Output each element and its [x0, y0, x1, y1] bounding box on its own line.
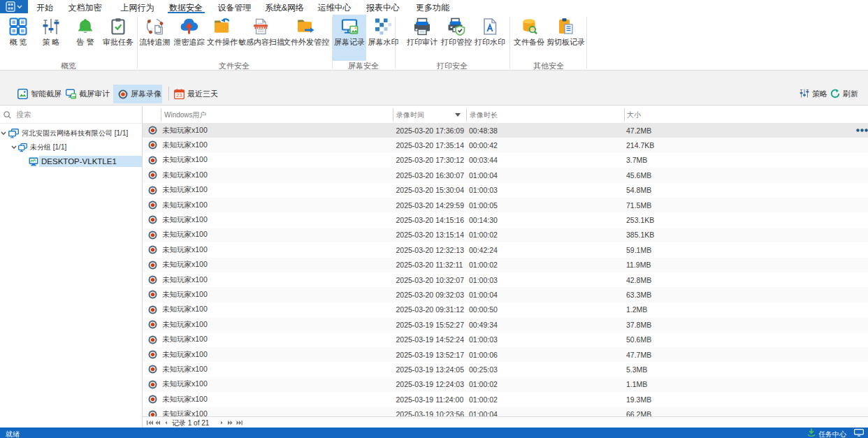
svg-text:23: 23: [176, 92, 182, 98]
